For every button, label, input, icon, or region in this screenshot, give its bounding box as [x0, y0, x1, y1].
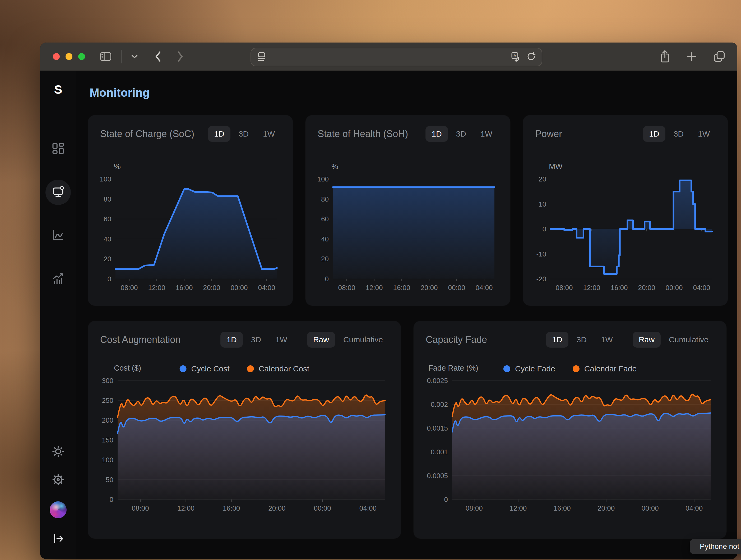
notification-toast: Pythone not [690, 539, 741, 554]
main-content: Monitoring State of Charge (SoC) 1D 3D 1… [76, 71, 737, 559]
svg-text:00:00: 00:00 [665, 284, 683, 292]
svg-text:08:00: 08:00 [555, 284, 572, 292]
svg-text:150: 150 [102, 436, 113, 444]
range-button-3d[interactable]: 3D [450, 126, 472, 142]
legend-item-calendar-fade[interactable]: Calendar Fade [572, 364, 636, 373]
address-bar[interactable]: A [251, 48, 542, 66]
chart-canvas-fade[interactable]: 0.00250.0020.00150.0010.0005008:0012:001… [426, 376, 714, 514]
legend-item-cycle-cost[interactable]: Cycle Cost [180, 364, 230, 373]
forward-icon[interactable] [176, 51, 185, 62]
range-button-1d[interactable]: 1D [221, 332, 242, 347]
browser-window: A [40, 43, 737, 559]
svg-text:16:00: 16:00 [176, 284, 193, 292]
y-axis-unit: MW [549, 162, 563, 171]
svg-text:12:00: 12:00 [365, 284, 383, 292]
chart-canvas-soh[interactable]: 10080604020008:0012:0016:0020:0000:0004:… [318, 175, 498, 293]
avatar[interactable] [50, 501, 67, 518]
range-button-1d[interactable]: 1D [208, 126, 230, 142]
y-axis-unit: % [114, 162, 121, 171]
range-button-1w[interactable]: 1W [257, 126, 281, 142]
svg-text:16:00: 16:00 [554, 504, 571, 512]
legend-item-cycle-fade[interactable]: Cycle Fade [503, 364, 555, 373]
range-button-3d[interactable]: 3D [668, 126, 689, 142]
range-button-3d[interactable]: 3D [571, 332, 593, 347]
range-button-1w[interactable]: 1W [692, 126, 716, 142]
mode-button-cumulative[interactable]: Cumulative [663, 332, 714, 347]
zoom-window-button[interactable] [78, 53, 85, 60]
mode-button-raw[interactable]: Raw [633, 332, 660, 347]
svg-text:16:00: 16:00 [223, 504, 240, 512]
new-tab-icon[interactable] [686, 51, 698, 62]
chart-legend: Cycle Fade Calendar Fade [503, 364, 636, 373]
settings-button[interactable] [51, 473, 65, 488]
svg-text:0: 0 [108, 275, 111, 283]
svg-text:0: 0 [543, 225, 546, 233]
close-window-button[interactable] [53, 53, 60, 60]
chart-canvas-soc[interactable]: 10080604020008:0012:0016:0020:0000:0004:… [100, 175, 281, 293]
sidebar-item-reports[interactable] [46, 266, 71, 292]
svg-text:12:00: 12:00 [148, 284, 165, 292]
svg-text:04:00: 04:00 [258, 284, 275, 292]
card-state-of-charge: State of Charge (SoC) 1D 3D 1W % 1008060… [88, 115, 293, 306]
svg-text:40: 40 [321, 235, 329, 243]
svg-text:-10: -10 [536, 250, 546, 258]
range-button-1w[interactable]: 1W [595, 332, 619, 347]
sidebar-item-analytics[interactable] [46, 223, 71, 248]
chevron-down-icon[interactable] [131, 54, 138, 59]
reload-icon[interactable] [526, 51, 536, 63]
svg-text:20: 20 [539, 175, 546, 183]
svg-text:12:00: 12:00 [510, 504, 527, 512]
gear-icon [51, 483, 65, 487]
logout-button[interactable] [52, 532, 65, 546]
range-button-3d[interactable]: 3D [233, 126, 255, 142]
sidebar-item-monitoring[interactable] [46, 180, 71, 205]
svg-text:0.0015: 0.0015 [427, 424, 448, 432]
svg-text:0: 0 [325, 275, 329, 283]
browser-titlebar: A [40, 43, 737, 71]
card-title: State of Charge (SoC) [100, 128, 194, 139]
legend-item-calendar-cost[interactable]: Calendar Cost [247, 364, 310, 373]
svg-text:0.0005: 0.0005 [427, 472, 448, 480]
mode-button-cumulative[interactable]: Cumulative [337, 332, 389, 347]
svg-text:20: 20 [104, 255, 111, 263]
svg-text:300: 300 [102, 377, 113, 384]
tab-overview-icon[interactable] [713, 50, 726, 63]
svg-text:08:00: 08:00 [338, 284, 355, 292]
svg-text:04:00: 04:00 [359, 504, 377, 512]
svg-text:80: 80 [104, 195, 111, 203]
back-icon[interactable] [154, 51, 162, 62]
y-axis-unit: Cost ($) [114, 364, 141, 372]
share-icon[interactable] [659, 50, 671, 63]
range-button-1w[interactable]: 1W [270, 332, 293, 347]
reader-icon[interactable] [256, 51, 267, 63]
svg-text:20:00: 20:00 [268, 504, 285, 512]
y-axis-unit: % [331, 162, 338, 171]
theme-toggle-button[interactable] [52, 445, 65, 459]
translate-icon[interactable]: A [511, 51, 521, 63]
range-button-1d[interactable]: 1D [426, 126, 448, 142]
svg-text:12:00: 12:00 [583, 284, 600, 292]
svg-text:-20: -20 [536, 275, 546, 283]
sidebar-item-dashboard[interactable] [46, 136, 71, 162]
chart-canvas-power[interactable]: 20100-10-2008:0012:0016:0020:0000:0004:0… [535, 175, 716, 293]
svg-text:200: 200 [102, 416, 113, 424]
range-button-1d[interactable]: 1D [643, 126, 665, 142]
sidebar-toggle-icon[interactable] [100, 52, 112, 62]
card-title: Cost Augmentation [100, 334, 181, 345]
svg-text:20: 20 [321, 255, 329, 263]
svg-text:100: 100 [318, 175, 329, 183]
chart-canvas-cost[interactable]: 30025020015010050008:0012:0016:0020:0000… [100, 376, 389, 514]
svg-text:10: 10 [539, 200, 546, 208]
card-state-of-health: State of Health (SoH) 1D 3D 1W % 1008060… [306, 115, 510, 306]
minimize-window-button[interactable] [66, 53, 72, 60]
mode-button-raw[interactable]: Raw [307, 332, 335, 347]
range-button-1d[interactable]: 1D [546, 332, 568, 347]
svg-text:60: 60 [321, 215, 329, 223]
card-capacity-fade: Capacity Fade 1D 3D 1W Raw Cumulative [414, 321, 727, 539]
legend-dot [503, 365, 510, 372]
svg-text:0.002: 0.002 [431, 401, 448, 408]
range-button-3d[interactable]: 3D [245, 332, 267, 347]
chart-legend: Cycle Cost Calendar Cost [180, 364, 310, 373]
card-title: Capacity Fade [426, 334, 487, 345]
range-button-1w[interactable]: 1W [475, 126, 498, 142]
